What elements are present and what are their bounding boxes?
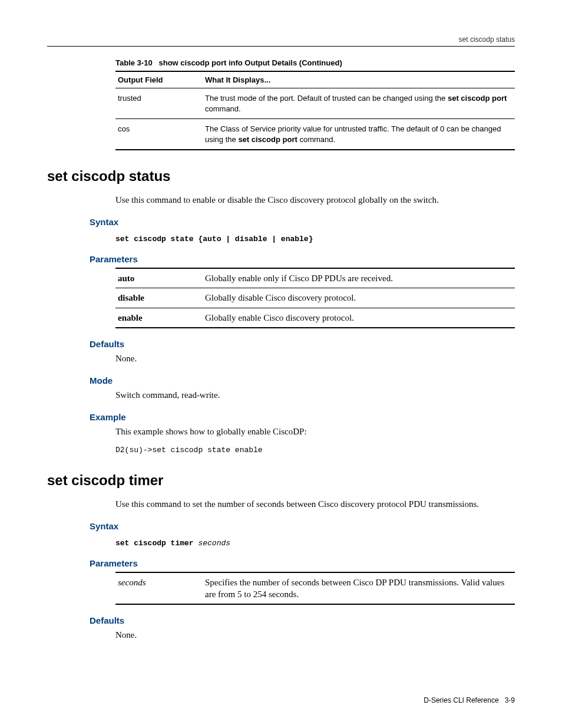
- heading-set-ciscodp-status: set ciscodp status: [47, 168, 515, 185]
- parameters-heading: Parameters: [90, 558, 515, 568]
- syntax-code: set ciscodp timer seconds: [115, 539, 515, 548]
- param-desc: Globally disable Cisco discovery protoco…: [203, 288, 515, 308]
- table-header-displays: What It Displays...: [203, 71, 515, 88]
- status-parameters-table: auto Globally enable only if Cisco DP PD…: [115, 268, 515, 328]
- output-details-table: Output Field What It Displays... trusted…: [115, 71, 515, 150]
- param-desc: Specifies the number of seconds between …: [203, 572, 515, 605]
- defaults-heading: Defaults: [90, 615, 515, 625]
- example-code: D2(su)->set ciscodp state enable: [115, 446, 515, 454]
- param-name: enable: [115, 308, 203, 328]
- heading-set-ciscodp-timer: set ciscodp timer: [47, 472, 515, 489]
- example-text: This example shows how to globally enabl…: [115, 426, 515, 438]
- table-row: enable Globally enable Cisco discovery p…: [115, 308, 515, 328]
- cell-desc: The trust mode of the port. Default of t…: [203, 88, 515, 119]
- param-desc: Globally enable Cisco discovery protocol…: [203, 308, 515, 328]
- table-header-field: Output Field: [115, 71, 203, 88]
- table-row: auto Globally enable only if Cisco DP PD…: [115, 268, 515, 288]
- param-name: seconds: [115, 572, 203, 605]
- timer-parameters-table: seconds Specifies the number of seconds …: [115, 572, 515, 605]
- syntax-heading: Syntax: [90, 217, 515, 227]
- cell-field: cos: [115, 119, 203, 150]
- footer-doc-title: D-Series CLI Reference: [424, 696, 498, 704]
- cell-desc: The Class of Service priority value for …: [203, 119, 515, 150]
- example-heading: Example: [90, 412, 515, 422]
- table-number: Table 3-10: [115, 58, 153, 67]
- defaults-text: None.: [115, 629, 515, 641]
- table-title: show ciscodp port info Output Details (C…: [158, 58, 342, 67]
- table-caption: Table 3-10 show ciscodp port info Output…: [115, 58, 515, 67]
- mode-text: Switch command, read-write.: [115, 389, 515, 401]
- param-name: disable: [115, 288, 203, 308]
- table-row: seconds Specifies the number of seconds …: [115, 572, 515, 605]
- status-intro: Use this command to enable or disable th…: [115, 194, 515, 206]
- page-header: set ciscodp status: [47, 35, 515, 47]
- param-name: auto: [115, 268, 203, 288]
- footer-page-number: 3-9: [505, 696, 515, 704]
- table-row: trusted The trust mode of the port. Defa…: [115, 88, 515, 119]
- parameters-heading: Parameters: [90, 254, 515, 264]
- table-row: cos The Class of Service priority value …: [115, 119, 515, 150]
- page-footer: D-Series CLI Reference 3-9: [424, 696, 515, 704]
- timer-intro: Use this command to set the number of se…: [115, 498, 515, 510]
- syntax-code: set ciscodp state {auto | disable | enab…: [115, 235, 515, 243]
- mode-heading: Mode: [90, 375, 515, 386]
- param-desc: Globally enable only if Cisco DP PDUs ar…: [203, 268, 515, 288]
- table-row: disable Globally disable Cisco discovery…: [115, 288, 515, 308]
- syntax-heading: Syntax: [90, 521, 515, 531]
- cell-field: trusted: [115, 88, 203, 119]
- defaults-heading: Defaults: [90, 339, 515, 349]
- defaults-text: None.: [115, 353, 515, 365]
